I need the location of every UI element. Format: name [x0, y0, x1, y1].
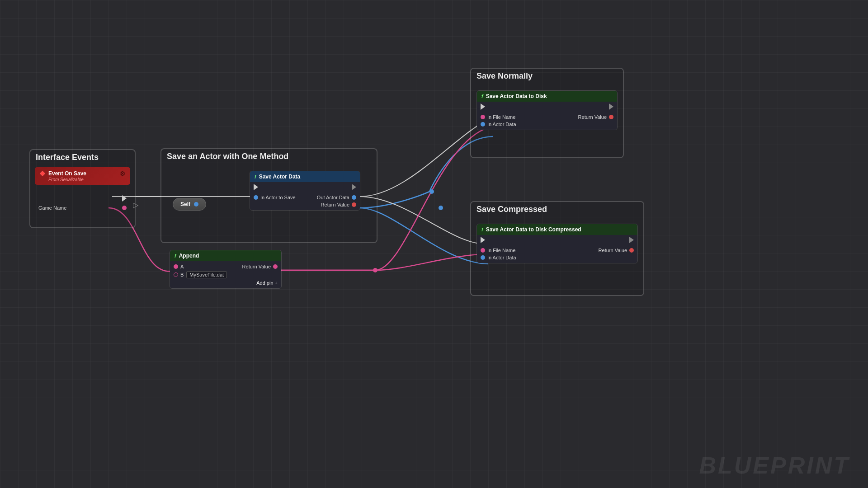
exec-conn-save-to-compressed — [359, 197, 488, 244]
in-actor-save-label: In Actor to Save — [260, 195, 296, 200]
save-disk-return-label: Return Value — [578, 114, 607, 120]
save-actor-exec-in — [254, 184, 258, 190]
save-actor-fn-icon: f — [255, 174, 256, 179]
pink-conn-append-to-compressed — [278, 254, 488, 270]
save-compressed-actor-pin — [481, 255, 485, 260]
out-actor-data-pin — [352, 195, 356, 200]
blueprint-watermark: BLUEPRINT — [699, 452, 850, 479]
save-disk-exec-in — [481, 103, 485, 110]
save-disk-title: Save Actor Data to Disk — [486, 93, 547, 99]
save-compressed-filename-label: In File Name — [487, 248, 515, 253]
event-settings-icon: ⚙ — [120, 170, 126, 177]
append-title: Append — [179, 253, 199, 259]
save-compressed-return-label: Return Value — [599, 248, 627, 253]
save-disk-node[interactable]: f Save Actor Data to Disk In File Name R… — [476, 90, 618, 130]
save-disk-filename-row: In File Name Return Value — [477, 113, 617, 121]
save-actor-exec-row — [250, 182, 360, 192]
self-label: Self — [180, 201, 190, 207]
save-compressed-exec-row — [477, 235, 637, 245]
append-return-label: Return Value — [242, 264, 271, 269]
save-actor-return-pin — [352, 202, 356, 207]
append-fn-icon: f — [175, 253, 176, 258]
blue-conn-actor-to-compressed — [359, 208, 488, 264]
interface-events-title: Interface Events — [36, 153, 99, 162]
flow-arrow-right: ▷ — [133, 201, 138, 209]
save-disk-actor-row: In Actor Data — [477, 121, 617, 128]
event-title-row: Event On Save ⚙ — [39, 170, 126, 177]
save-compressed-title: Save Compressed — [476, 205, 547, 214]
save-actor-return-label: Return Value — [321, 202, 349, 207]
save-disk-return-pin — [609, 115, 613, 119]
event-on-save-label: Event On Save — [48, 170, 86, 177]
save-actor-exec-out — [352, 184, 356, 190]
save-actor-data-titlebar: f Save Actor Data — [250, 171, 360, 182]
game-name-pin-dot — [122, 206, 127, 210]
save-disk-actor-label: In Actor Data — [487, 122, 516, 127]
save-actor-data-title: Save Actor Data — [259, 174, 301, 180]
save-compressed-fn-icon: f — [481, 227, 483, 232]
self-node[interactable]: Self — [173, 198, 206, 211]
append-b-pin — [174, 272, 178, 277]
append-b-label: B — [180, 272, 184, 277]
blue-junction-bottom — [439, 206, 443, 210]
save-compressed-titlebar: f Save Actor Data to Disk Compressed — [477, 224, 637, 235]
game-name-pin-row: Game Name — [35, 204, 130, 211]
save-disk-fn-icon: f — [481, 94, 483, 99]
svg-rect-0 — [40, 171, 45, 176]
in-actor-save-row: In Actor to Save Out Actor Data — [250, 194, 360, 201]
pink-junction-bottom — [373, 268, 377, 272]
save-actor-data-node[interactable]: f Save Actor Data In Actor to Save Out A… — [250, 171, 360, 211]
event-on-save-card[interactable]: Event On Save ⚙ From Serializable — [35, 167, 130, 185]
save-normally-group: Save Normally f Save Actor Data to Disk … — [470, 68, 624, 158]
game-name-label: Game Name — [38, 205, 120, 211]
event-from-serializable: From Serializable — [48, 177, 126, 182]
append-add-pin-label[interactable]: Add pin + — [256, 280, 278, 286]
save-compressed-return-pin — [629, 248, 634, 253]
save-actor-method-group: Save an Actor with One Method Self f Sav… — [160, 148, 377, 243]
self-out-pin — [194, 202, 198, 206]
save-compressed-exec-in — [481, 237, 485, 243]
append-b-row: B MySaveFile.dat — [170, 270, 281, 279]
save-disk-actor-pin — [481, 122, 485, 127]
interface-events-group: Interface Events Event On Save ⚙ From Se… — [29, 149, 136, 228]
save-compressed-actor-row: In Actor Data — [477, 254, 637, 261]
event-diamond-icon — [39, 170, 46, 177]
save-disk-exec-row — [477, 102, 617, 112]
append-a-label: A — [180, 264, 184, 269]
save-disk-exec-out — [609, 103, 613, 110]
save-compressed-exec-out — [629, 237, 634, 243]
out-actor-data-label: Out Actor Data — [317, 195, 349, 200]
event-exec-out-row — [35, 194, 130, 202]
save-compressed-actor-label: In Actor Data — [487, 255, 516, 260]
event-exec-out-pin — [122, 195, 127, 202]
append-add-pin-row[interactable]: Add pin + — [170, 279, 281, 286]
save-disk-filename-label: In File Name — [487, 114, 515, 120]
append-b-value[interactable]: MySaveFile.dat — [186, 271, 227, 278]
append-node[interactable]: f Append A Return Value B MySaveFile.dat — [170, 250, 282, 289]
connections-layer — [0, 0, 868, 488]
save-compressed-node[interactable]: f Save Actor Data to Disk Compressed In … — [476, 224, 638, 263]
in-actor-save-pin — [254, 195, 258, 200]
save-disk-titlebar: f Save Actor Data to Disk — [477, 91, 617, 102]
save-compressed-filename-pin — [481, 248, 485, 253]
append-a-row: A Return Value — [170, 263, 281, 270]
append-titlebar: f Append — [170, 250, 281, 261]
save-compressed-title: Save Actor Data to Disk Compressed — [486, 226, 581, 233]
save-compressed-group: Save Compressed f Save Actor Data to Dis… — [470, 201, 644, 296]
save-disk-filename-pin — [481, 115, 485, 119]
save-actor-return-row: Return Value — [250, 201, 360, 208]
append-return-pin — [273, 264, 278, 269]
append-a-pin — [174, 264, 178, 269]
blue-junction-top — [429, 189, 434, 194]
save-actor-method-title: Save an Actor with One Method — [167, 152, 288, 161]
save-normally-title: Save Normally — [476, 71, 533, 81]
save-compressed-filename-row: In File Name Return Value — [477, 247, 637, 254]
